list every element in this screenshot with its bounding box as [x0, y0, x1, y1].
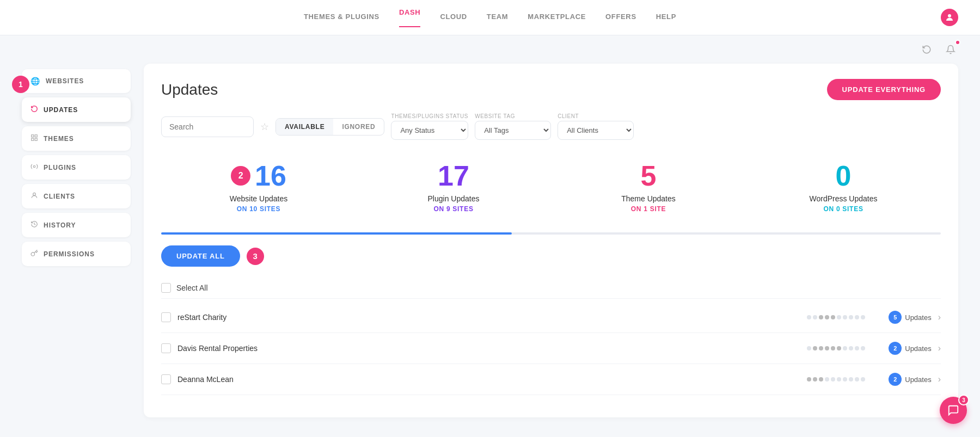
row-2-checkbox[interactable] [161, 374, 171, 384]
sidebar-item-history[interactable]: HISTORY [22, 213, 131, 237]
sidebar-item-plugins-label: PLUGINS [44, 164, 76, 171]
wp-updates-number: 0 [750, 162, 936, 190]
dot [819, 315, 823, 319]
dot [843, 315, 847, 319]
page-title: Updates [161, 81, 218, 99]
nav-offers[interactable]: OFFERS [605, 13, 636, 23]
client-filter-group: CLIENT All Clients [558, 113, 634, 140]
stat-website-updates: 2 16 Website Updates ON 10 SITES [161, 153, 356, 221]
dot [837, 377, 841, 381]
permissions-icon [30, 249, 38, 258]
sidebar-item-history-label: HISTORY [44, 221, 76, 229]
row-0-site-name: reStart Charity [177, 313, 800, 322]
plugin-updates-sub: ON 9 SITES [360, 205, 547, 213]
search-input[interactable] [161, 116, 254, 137]
stat-theme-updates: 5 Theme Updates ON 1 SITE [551, 153, 746, 221]
user-avatar[interactable] [941, 9, 958, 26]
progress-bar-fill [161, 232, 512, 235]
theme-updates-number: 5 [555, 162, 742, 190]
nav-team[interactable]: TEAM [487, 13, 508, 23]
dot [819, 377, 823, 381]
dot [861, 346, 865, 350]
sidebar-item-websites[interactable]: 🌐 WEBSITES [22, 69, 131, 93]
main-layout: 1 🌐 WEBSITES UPDATES THEMES PLUGINS [0, 64, 980, 437]
row-1-site-name: Davis Rental Properties [177, 344, 800, 353]
list-item: Deanna McLean 2 Updates › [161, 364, 941, 395]
dot [807, 346, 811, 350]
svg-rect-1 [32, 135, 34, 137]
svg-point-6 [33, 193, 36, 195]
status-filter-select[interactable]: Any Status [391, 121, 468, 140]
chat-notification-badge: 3 [958, 395, 969, 405]
row-0-updates: 5 Updates [872, 311, 932, 324]
row-1-updates: 2 Updates [872, 342, 932, 355]
update-all-button[interactable]: UPDATE ALL [161, 245, 240, 267]
update-all-row: UPDATE ALL 3 [161, 245, 941, 267]
update-everything-button[interactable]: UPDATE EVERYTHING [827, 79, 941, 100]
sidebar: 1 🌐 WEBSITES UPDATES THEMES PLUGINS [22, 64, 131, 417]
dot [861, 315, 865, 319]
nav-themes-plugins[interactable]: THEMES & PLUGINS [304, 13, 379, 23]
nav-right [941, 9, 958, 26]
select-all-label: Select All [176, 284, 208, 292]
website-updates-label: Website Updates [166, 194, 352, 203]
tab-ignored[interactable]: IGNORED [333, 119, 384, 135]
dot [855, 346, 859, 350]
history-icon [30, 220, 38, 230]
website-updates-number: 2 16 [166, 162, 352, 190]
row-2-updates-text: Updates [905, 376, 931, 384]
nav-cloud[interactable]: CLOUD [440, 13, 467, 23]
sidebar-item-permissions[interactable]: PERMISSIONS [22, 242, 131, 266]
badge-3: 3 [247, 248, 264, 265]
row-2-chevron-icon[interactable]: › [938, 374, 941, 384]
refresh-icon[interactable] [919, 42, 934, 57]
list-item: reStart Charity 5 Updates › [161, 302, 941, 333]
row-2-updates-badge: 2 [889, 373, 902, 386]
nav-marketplace[interactable]: MARKETPLACE [528, 13, 586, 23]
content-area: Updates UPDATE EVERYTHING ☆ AVAILABLE IG… [144, 64, 958, 417]
nav-help[interactable]: HELP [656, 13, 676, 23]
sidebar-item-clients[interactable]: CLIENTS [22, 184, 131, 208]
stat-wp-updates: 0 WordPress Updates ON 0 SITES [746, 153, 941, 221]
tag-filter-select[interactable]: All Tags [475, 121, 551, 140]
sidebar-item-plugins[interactable]: PLUGINS [22, 155, 131, 180]
favorite-icon[interactable]: ☆ [260, 121, 269, 133]
wp-updates-label: WordPress Updates [750, 194, 936, 203]
nav-dash[interactable]: DASH [399, 8, 420, 27]
dot [825, 315, 829, 319]
sidebar-badge: 1 [12, 76, 29, 93]
sidebar-item-updates-label: UPDATES [44, 106, 78, 114]
stats-row: 2 16 Website Updates ON 10 SITES 17 Plug… [161, 153, 941, 221]
row-0-chevron-icon[interactable]: › [938, 312, 941, 322]
tab-toggle: AVAILABLE IGNORED [275, 118, 384, 136]
svg-point-0 [948, 14, 951, 17]
chat-bubble[interactable]: 3 [940, 397, 967, 424]
row-1-chevron-icon[interactable]: › [938, 343, 941, 353]
notification-wrapper [943, 42, 958, 57]
dot [861, 377, 865, 381]
dot [807, 315, 811, 319]
theme-updates-label: Theme Updates [555, 194, 742, 203]
notification-badge [955, 40, 960, 45]
row-1-updates-text: Updates [905, 344, 931, 353]
plugin-updates-label: Plugin Updates [360, 194, 547, 203]
clients-icon [30, 192, 38, 201]
dot [837, 346, 841, 350]
dot [831, 315, 835, 319]
select-all-checkbox[interactable] [161, 283, 171, 293]
row-0-checkbox[interactable] [161, 312, 171, 322]
svg-point-5 [33, 165, 35, 168]
sidebar-item-clients-label: CLIENTS [44, 193, 75, 200]
sidebar-item-themes[interactable]: THEMES [22, 126, 131, 151]
sidebar-item-updates[interactable]: UPDATES [22, 97, 131, 122]
row-2-updates: 2 Updates [872, 373, 932, 386]
dot [855, 377, 859, 381]
status-filter-group: THEMES/PLUGINS STATUS Any Status [391, 113, 468, 140]
row-1-checkbox[interactable] [161, 343, 171, 353]
stat-badge-2: 2 [231, 166, 250, 186]
dot [825, 346, 829, 350]
client-filter-select[interactable]: All Clients [558, 121, 634, 140]
row-2-site-name: Deanna McLean [177, 375, 800, 384]
websites-icon: 🌐 [30, 77, 40, 85]
tab-available[interactable]: AVAILABLE [276, 119, 333, 135]
